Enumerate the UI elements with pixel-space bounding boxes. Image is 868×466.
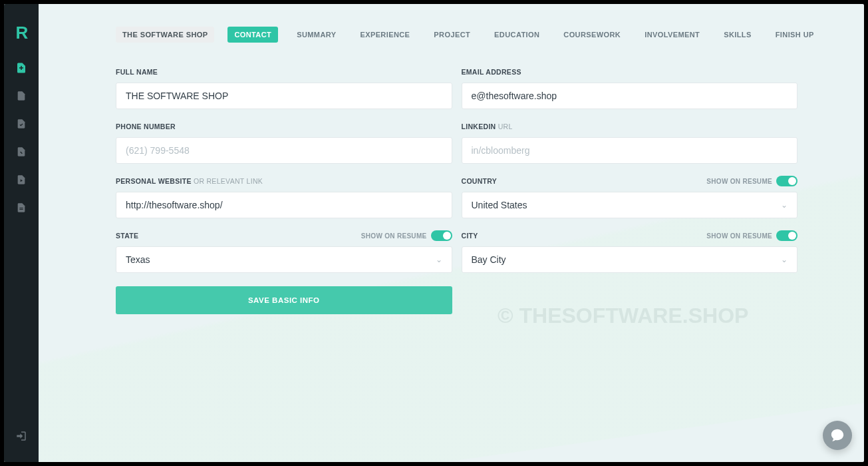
document-check-icon[interactable] [15,118,27,130]
chevron-down-icon: ⌄ [781,255,788,264]
state-label: STATE [116,232,138,240]
tab-profile-name[interactable]: THE SOFTWARE SHOP [116,27,214,43]
linkedin-input[interactable] [462,137,798,164]
city-value: Bay City [472,254,506,265]
city-label: CITY [462,232,478,240]
state-value: Texas [126,254,150,265]
country-value: United States [472,200,527,210]
tab-skills[interactable]: SKILLS [718,27,757,43]
country-show-on-label: SHOW ON RESUME [706,178,772,185]
svg-rect-1 [21,66,22,70]
country-toggle[interactable] [776,176,797,186]
city-select[interactable]: Bay City ⌄ [462,246,798,273]
app-logo: R [16,23,27,43]
city-show-on-label: SHOW ON RESUME [706,232,772,240]
tab-experience[interactable]: EXPERIENCE [355,27,415,43]
document-icon[interactable] [15,90,27,102]
new-document-icon[interactable] [15,62,27,74]
chat-launcher[interactable] [823,421,852,450]
tab-finish-up[interactable]: FINISH UP [770,27,819,43]
state-show-on-label: SHOW ON RESUME [361,232,427,240]
state-toggle[interactable] [431,230,452,241]
chevron-down-icon: ⌄ [781,200,788,210]
main-area: © THESOFTWARE.SHOP THE SOFTWARE SHOP CON… [39,4,864,462]
logout-icon[interactable] [15,430,27,445]
phone-input[interactable] [116,137,452,164]
email-label: EMAIL ADDRESS [462,68,521,76]
website-input[interactable] [116,192,452,218]
document-video-icon[interactable] [15,174,27,186]
country-select[interactable]: United States ⌄ [462,192,798,218]
sidebar: R [4,4,39,462]
tab-summary[interactable]: SUMMARY [291,27,341,43]
sidebar-nav [15,62,27,214]
linkedin-label: LINKEDIN URL [462,122,513,130]
website-label: PERSONAL WEBSITE OR RELEVANT LINK [116,177,263,185]
full-name-input[interactable] [116,83,452,109]
save-button[interactable]: SAVE BASIC INFO [116,286,452,314]
state-select[interactable]: Texas ⌄ [116,246,452,273]
document-edit-icon[interactable] [15,146,27,158]
tab-education[interactable]: EDUCATION [489,27,545,43]
email-input[interactable] [462,83,798,109]
tab-bar: THE SOFTWARE SHOP CONTACT SUMMARY EXPERI… [116,27,797,43]
tab-involvement[interactable]: INVOLVEMENT [639,27,705,43]
tab-project[interactable]: PROJECT [428,27,476,43]
city-toggle[interactable] [776,230,797,241]
contact-form: FULL NAME EMAIL ADDRESS PHONE NUMBER [116,67,797,314]
svg-rect-3 [19,208,23,208]
tab-coursework[interactable]: COURSEWORK [558,27,626,43]
document-list-icon[interactable] [15,202,27,214]
chevron-down-icon: ⌄ [436,255,442,264]
full-name-label: FULL NAME [116,68,158,76]
tab-contact[interactable]: CONTACT [227,27,278,43]
phone-label: PHONE NUMBER [116,122,176,130]
country-label: COUNTRY [462,177,498,185]
svg-rect-4 [19,209,23,210]
